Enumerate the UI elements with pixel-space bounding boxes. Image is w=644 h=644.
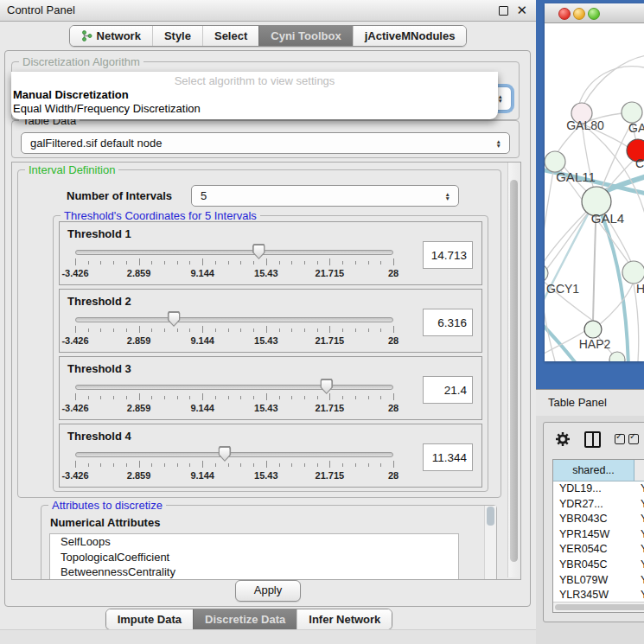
table-row[interactable]: YPR145WYPR1 [553, 527, 644, 543]
table-horizontal-scrollbar[interactable] [553, 602, 644, 612]
network-edge [583, 55, 644, 105]
table-cell: YBR0 [634, 558, 644, 573]
threshold-1-value-input[interactable] [423, 241, 473, 269]
slider-track[interactable] [75, 250, 393, 255]
control-panel-titlebar: Control Panel ✕ [0, 0, 536, 22]
node-H[interactable] [622, 261, 644, 284]
numerical-attributes-list[interactable]: SelfLoopsTopologicalCoefficientBetweenne… [49, 533, 459, 580]
tab-label: jActiveMNodules [365, 26, 456, 46]
node-HAP2[interactable] [584, 321, 602, 338]
network-edge [545, 211, 590, 278]
slider-thumb[interactable] [252, 244, 265, 259]
tab-select[interactable]: Select [202, 26, 258, 46]
slider-tick-labels: -3.4262.8599.14415.4321.71528 [75, 268, 393, 279]
table-toolbar [544, 423, 644, 456]
node-label: H [636, 282, 644, 296]
tab-label: Network [97, 26, 141, 46]
node-label: GAL4 [591, 211, 624, 226]
table-cell: YDR2 [634, 497, 644, 513]
mac-minimize-icon[interactable] [573, 8, 585, 20]
list-item[interactable]: TopologicalCoefficient [50, 550, 458, 565]
number-of-intervals-combobox[interactable]: 5 ▲▼ [191, 185, 459, 207]
checkbox-icons[interactable] [615, 434, 639, 444]
threshold-3-slider[interactable]: -3.4262.8599.14415.4321.71528 [75, 378, 393, 418]
group-title: Threshold's Coordinates for 5 Intervals [61, 209, 260, 222]
tab-style[interactable]: Style [152, 26, 202, 46]
table-cell: YBL0 [634, 573, 644, 589]
table-cell: YDR27... [553, 497, 634, 513]
threshold-2-slider[interactable]: -3.4262.8599.14415.4321.71528 [75, 310, 393, 350]
table-row[interactable]: YBR045CYBR0 [553, 558, 644, 573]
dropdown-item-equal-width[interactable]: Equal Width/Frequency Discretization [11, 102, 498, 116]
slider-thumb[interactable] [320, 379, 333, 394]
group-title: Discretization Algorithm [19, 55, 143, 68]
tab-label: Select [214, 26, 247, 46]
top-tab-bar: Network Style Select Cyni Toolbox jActiv… [0, 25, 536, 47]
table-cell: YDL1 [634, 481, 644, 497]
tab-infer-network[interactable]: Infer Network [296, 609, 392, 629]
threshold-3-value-input[interactable] [423, 376, 473, 404]
threshold-2-panel: Threshold 2 -3.4262.8599.14415.4321.7152… [59, 289, 482, 353]
table-cell: YER0 [634, 542, 644, 558]
slider-thumb[interactable] [168, 311, 181, 327]
float-window-icon[interactable] [499, 6, 508, 16]
table-data-group: Table Data galFiltered.sif default node … [11, 120, 520, 158]
table-panel-body: shared... n YDL19...YDL1YDR27...YDR2YBR0… [536, 416, 644, 644]
node-partial-top-right[interactable] [622, 102, 642, 123]
column-header-shared[interactable]: shared... [553, 460, 634, 481]
tab-jactivemnodules[interactable]: jActiveMNodules [353, 26, 467, 46]
table-row[interactable]: YBR043CYBR0 [553, 512, 644, 527]
column-header-name[interactable]: n [634, 460, 644, 481]
close-icon[interactable]: ✕ [516, 0, 527, 21]
mac-close-icon[interactable] [558, 8, 571, 20]
mac-zoom-icon[interactable] [588, 8, 600, 20]
network-canvas[interactable]: GAL80GACGAL11GAL4GCY1HHAP2 [545, 22, 644, 361]
slider-track[interactable] [75, 452, 393, 457]
table-row[interactable]: YDL19...YDL1 [553, 481, 644, 497]
slider-track[interactable] [75, 317, 393, 322]
list-item[interactable]: SelfLoops [50, 534, 458, 550]
threshold-label: Threshold 3 [67, 362, 131, 375]
threshold-3-panel: Threshold 3 -3.4262.8599.14415.4321.7152… [59, 356, 482, 420]
tab-discretize-data[interactable]: Discretize Data [193, 609, 296, 629]
tab-label: Discretize Data [205, 609, 285, 629]
tab-impute-data[interactable]: Impute Data [106, 609, 193, 629]
threshold-4-slider[interactable]: -3.4262.8599.14415.4321.71528 [75, 445, 393, 485]
attributes-list-scrollbar[interactable] [484, 506, 496, 580]
combo-arrows-icon: ▲▼ [498, 94, 503, 103]
slider-ticks [75, 393, 393, 401]
node-label: HAP2 [579, 337, 611, 351]
dropdown-item-manual[interactable]: Manual Discretization [11, 88, 498, 102]
interval-definition-group: Interval Definition Number of Intervals … [17, 169, 501, 498]
threshold-4-value-input[interactable] [423, 443, 473, 471]
settings-vertical-scrollbar[interactable] [507, 163, 520, 577]
table-panel-title: Table Panel [548, 390, 607, 415]
node-label: GAL11 [556, 169, 596, 184]
table-panel-titlebar: Table Panel [536, 389, 644, 417]
columns-icon[interactable] [584, 431, 601, 448]
tab-cyni-toolbox[interactable]: Cyni Toolbox [258, 26, 352, 46]
slider-ticks [75, 258, 393, 266]
threshold-1-slider[interactable]: -3.4262.8599.14415.4321.71528 [75, 243, 393, 283]
apply-button[interactable]: Apply [235, 580, 301, 602]
gear-icon[interactable] [555, 431, 571, 447]
bottom-tab-bar: Impute Data Discretize Data Infer Networ… [0, 609, 517, 630]
right-region: GAL80GACGAL11GAL4GCY1HHAP2 Table Panel [536, 0, 644, 644]
tab-network[interactable]: Network [70, 26, 152, 46]
table-row[interactable]: YER054CYER0 [553, 542, 644, 558]
node-attribute-table: shared... n YDL19...YDL1YDR27...YDR2YBR0… [552, 459, 644, 613]
table-row[interactable]: YDR27...YDR2 [553, 497, 644, 513]
slider-thumb[interactable] [218, 446, 231, 462]
threshold-2-value-input[interactable] [423, 309, 473, 336]
slider-tick-labels: -3.4262.8599.14415.4321.71528 [75, 470, 393, 481]
network-edge [600, 282, 634, 324]
bottom-strip [0, 629, 536, 644]
table-data-combobox[interactable]: galFiltered.sif default node ▲▼ [21, 132, 510, 154]
tab-label: Style [164, 26, 191, 46]
table-row[interactable]: YBL079WYBL0 [553, 573, 644, 589]
group-title: Interval Definition [25, 163, 118, 176]
table-cell: YDL19... [553, 481, 634, 497]
list-item[interactable]: BetweennessCentrality [50, 564, 458, 580]
table-data-value: galFiltered.sif default node [22, 133, 509, 153]
slider-track[interactable] [75, 385, 393, 390]
